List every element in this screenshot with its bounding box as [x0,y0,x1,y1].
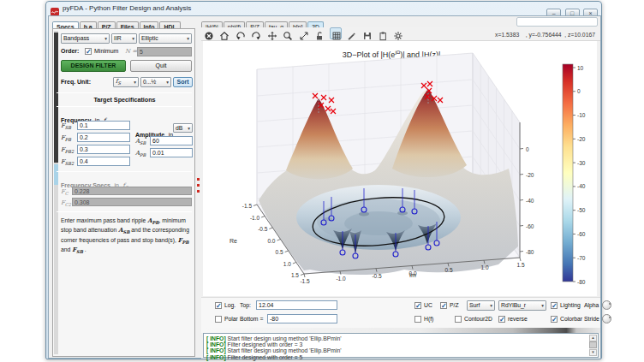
log-console[interactable]: [ INFO] Start filter design using method… [203,333,599,358]
svg-text:-10: -10 [577,112,586,118]
design-method-select[interactable]: Elliptic▾ [139,33,192,44]
asb-label: ASB [135,138,146,145]
apb-input[interactable] [150,148,193,157]
spec-help-text: Enter maximum pass band ripple APB, mini… [61,217,189,256]
fpb2-input[interactable] [77,145,130,154]
unlock-icon[interactable] [313,28,325,40]
reverse-checkbox[interactable]: ✓ [498,316,505,323]
settings-icon[interactable] [392,28,404,40]
svg-text:0.5: 0.5 [444,267,452,273]
svg-text:-80: -80 [577,279,586,285]
log-line: [ INFO] Filter designed with order = 3 [204,341,598,347]
colormap-select[interactable]: RdYlBu_r▾ [498,300,546,311]
uc-checkbox[interactable]: ✓ [414,302,421,309]
freq-unit-select[interactable]: fS▾ [113,77,139,87]
asb-input[interactable] [150,136,193,145]
chevron-down-icon: ▾ [104,34,107,43]
colorbar: 100-10-20-30-40-50-60-70-80 [563,64,586,285]
amplitude-unit-select[interactable]: dB▾ [173,123,193,133]
grid-icon[interactable] [330,27,342,39]
fsb-input[interactable] [77,121,130,130]
response-type-select[interactable]: Bandpass▾ [61,33,110,44]
svg-text:-1.0: -1.0 [336,276,346,282]
alpha-label: Alpha [584,302,599,308]
stride-label: Stride [584,316,599,322]
svg-text:-20: -20 [577,136,586,142]
fc-label: FC [61,188,69,196]
order-minimum-checkbox[interactable]: ✓ [85,48,92,55]
plot-panel: |H(f)|phi(f)P/Ztau_gh[n]3D x=1.5383 , y=… [201,16,600,359]
svg-text:-70: -70 [577,255,586,261]
filter-type-select[interactable]: IIR▾ [111,33,137,44]
svg-text:-50: -50 [577,207,586,213]
contour2d-checkbox[interactable] [455,316,462,323]
title-bar[interactable]: pyFDA - Python Filter Design and Analysi… [46,2,601,15]
reverse-label: reverse [508,316,528,322]
chevron-down-icon: ▾ [187,34,189,43]
fc2-label: FC2 [61,199,71,207]
chevron-down-icon: ▾ [132,34,134,43]
log-line: [ INFO] Start filter design using method… [204,334,598,341]
stride-knob[interactable] [602,314,611,323]
top-input[interactable] [256,300,337,310]
log-label: Log. [224,302,236,308]
bottom-input[interactable] [267,314,337,323]
resize-icon[interactable] [298,28,310,40]
app-window: pyFDA - Python Filter Design and Analysi… [45,1,602,359]
svg-text:1.5: 1.5 [516,262,524,268]
order-label: Order: [61,48,79,54]
svg-text:-20: -20 [526,172,534,178]
design-filter-button[interactable]: DESIGN FILTER [61,60,126,72]
svg-text:-40: -40 [577,183,586,189]
freq-range-select[interactable]: 0...½▾ [140,77,171,87]
home-icon[interactable] [218,28,230,40]
plot-canvas[interactable]: 3D−Plot of |H(ejΩ)| and |H(z)| [203,41,597,296]
client-area: Specsb,aP/ZFilesInfoHDL Bandpass▾ IIR▾ E… [48,15,601,359]
svg-text:-60: -60 [577,231,586,237]
redo-icon[interactable] [250,28,262,40]
fsb-label: FSB [61,122,71,130]
console-scrollbar-thumb[interactable] [589,341,597,348]
polar-checkbox[interactable] [215,316,222,323]
pan-icon[interactable] [266,28,278,40]
hf-checkbox[interactable] [414,316,421,323]
customize-icon[interactable] [345,28,357,40]
svg-text:-80: -80 [526,249,534,255]
log-checkbox[interactable]: ✓ [215,302,222,309]
copy-icon[interactable] [377,28,389,40]
svg-text:-1.0: -1.0 [250,215,260,221]
svg-text:-30: -30 [577,160,586,166]
console-scrollbar[interactable]: ▲ ▼ [589,335,597,356]
fpb2-label: FPB2 [61,146,74,154]
pz-label: P/Z [450,302,459,308]
svg-text:0.5: 0.5 [276,249,283,255]
svg-text:0: 0 [577,88,581,94]
specs-scrollbar[interactable] [54,31,58,354]
order-n-input [137,47,192,56]
window-title: pyFDA - Python Filter Design and Analysi… [63,4,191,12]
quit-button[interactable]: Quit [130,60,192,72]
fpb-label: FPB [61,134,71,142]
alpha-knob[interactable] [602,300,611,310]
fpb-input[interactable] [77,133,130,142]
svg-text:-1.5: -1.5 [242,203,253,209]
mode-select[interactable]: Surf▾ [467,300,495,311]
save-icon[interactable] [361,28,373,40]
lighting-checkbox[interactable]: ✓ [551,302,558,309]
freq-unit-label: Freq. Unit: [61,79,91,85]
scroll-up-icon[interactable]: ▲ [589,335,597,341]
scroll-down-icon[interactable]: ▼ [589,349,597,356]
zoom-icon[interactable] [282,28,294,40]
pz-checkbox[interactable]: ✓ [440,302,447,309]
svg-text:Im: Im [409,272,416,278]
surface-plot: -1.5-1.0-0.50.00.51.01.5Re-1.5-1.0-0.50.… [203,41,597,296]
sort-button[interactable]: Sort [173,77,193,87]
log-line: [ INFO] Filter designed with order = 5 [204,354,598,360]
fsb2-input[interactable] [77,157,130,166]
undo-icon[interactable] [235,28,247,40]
contour2d-label: Contour2D [464,316,492,322]
svg-text:0.0: 0.0 [267,238,275,244]
close-plot-icon[interactable] [203,28,215,40]
hf-label: H(f) [424,316,433,322]
colorbar-checkbox[interactable]: ✓ [551,316,558,323]
